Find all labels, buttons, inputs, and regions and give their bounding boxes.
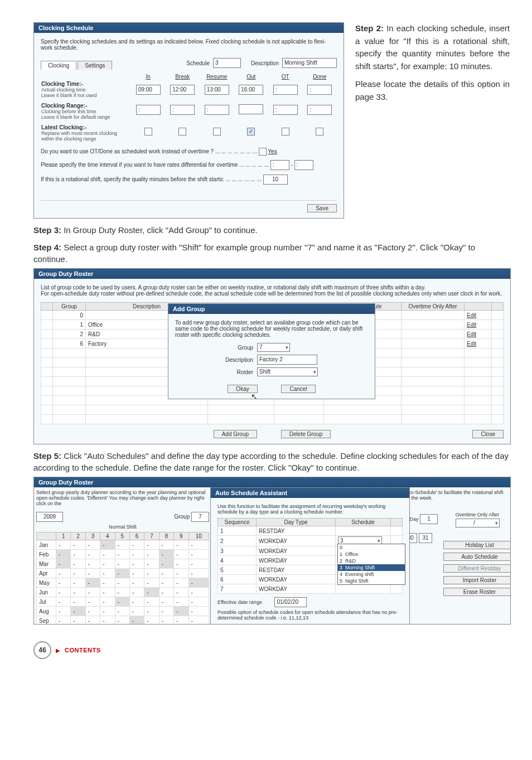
edit-link[interactable]: Edit xyxy=(467,312,476,318)
add-group-dialog: Add Group To add new group duty roster, … xyxy=(168,303,375,399)
cancel-button[interactable]: Cancel xyxy=(281,385,315,393)
dlg-group-select[interactable]: 7 xyxy=(257,343,290,352)
group-duty-roster-window-1: Group Duty Roster List of group code to … xyxy=(33,268,511,444)
group-duty-roster-window-2: Group Duty Roster Select group yearly du… xyxy=(33,477,511,625)
q2-from[interactable]: : xyxy=(270,160,289,170)
step2-para2: Please locate the details of this option… xyxy=(355,79,510,101)
cr-ot[interactable]: : xyxy=(273,105,298,115)
edit-link[interactable]: Edit xyxy=(467,322,476,328)
month-label: Apr xyxy=(37,569,56,578)
clocking-intro: Specify the clocking schedules and its s… xyxy=(41,38,337,51)
auto-schedule-button[interactable]: Auto Schedule xyxy=(443,553,511,561)
holiday-list-button[interactable]: Holiday List xyxy=(443,541,511,549)
lc-done-check[interactable] xyxy=(316,128,323,135)
gdr2-group-input[interactable]: 7 xyxy=(191,512,209,522)
col-resume: Resume xyxy=(206,74,227,80)
step5-text: Click "Auto Schedules" and define the da… xyxy=(33,451,509,472)
clocking-tabs: Clocking Settings xyxy=(41,61,112,70)
clocking-time-sub: Actual clocking time Leave it blank if n… xyxy=(41,87,130,98)
ct-done[interactable]: : xyxy=(307,85,332,95)
clocking-range-head: Clocking Range:- xyxy=(41,103,130,109)
q2-to[interactable]: : xyxy=(294,160,313,170)
step5-title: Step 5: xyxy=(33,451,61,461)
q2-dash: - xyxy=(291,162,292,168)
month-label: Jun xyxy=(37,588,56,597)
contents-arrow-icon: ▶ xyxy=(56,647,60,653)
q1-yes-check[interactable] xyxy=(259,148,267,156)
cr-in[interactable]: : xyxy=(136,105,161,115)
erase-roster-button[interactable]: Erase Roster xyxy=(443,588,511,596)
dlg-desc-label: Description xyxy=(225,352,257,365)
ct-resume[interactable]: 13:00 xyxy=(205,85,229,95)
add-group-dlg-title: Add Group xyxy=(168,304,375,314)
dlg-roster-label: Roster xyxy=(225,365,257,377)
effective-date-label: Effective date range xyxy=(217,599,262,605)
q1-yes-label: Yes xyxy=(268,148,277,154)
ifts-day-input[interactable]: 1 xyxy=(420,514,438,524)
gdr2-title: Group Duty Roster xyxy=(38,479,93,486)
ct-in[interactable]: 09:00 xyxy=(136,85,161,95)
different-restday-button[interactable]: Different Restday xyxy=(443,564,511,573)
schedule-input[interactable]: 3 xyxy=(213,58,241,68)
cr-break[interactable]: : xyxy=(170,105,195,115)
gdr2-titlebar: Group Duty Roster xyxy=(34,477,510,487)
col-sequence: Sequence xyxy=(218,519,257,526)
cr-out[interactable] xyxy=(239,104,263,114)
close-button[interactable]: Close xyxy=(472,430,504,438)
year-planner-grid[interactable]: 12345678910 Jan---------- Feb---------- … xyxy=(36,532,209,625)
gdr2-intro: Select group yearly duty planner accordi… xyxy=(36,490,209,506)
latest-clocking-sub: Replace with most recent clocking within… xyxy=(41,130,130,142)
contents-link[interactable]: CONTENTS xyxy=(65,647,101,653)
ct-break[interactable]: 12:00 xyxy=(170,85,195,95)
edit-link[interactable]: Edit xyxy=(467,331,476,337)
col-in: In xyxy=(146,74,151,80)
year-spinner[interactable]: 2009 xyxy=(36,512,63,522)
day31[interactable]: 31 xyxy=(419,533,432,543)
clocking-range-sub: Clocking before this time Leave it blank… xyxy=(41,109,130,120)
month-label: Sep xyxy=(37,616,56,625)
schedule-dropdown-list[interactable]: 0 1 Office 2 R&D 3 Morning Shift 4 Eveni… xyxy=(337,544,405,585)
cr-resume[interactable]: : xyxy=(205,105,229,115)
lc-break-check[interactable] xyxy=(178,128,186,135)
col-break: Break xyxy=(175,74,190,80)
ct-out[interactable]: 16:00 xyxy=(239,85,263,95)
month-label: Aug xyxy=(37,607,56,616)
save-button[interactable]: Save xyxy=(307,204,337,212)
effective-date-input[interactable]: 01/02/20 xyxy=(274,597,307,607)
q1-text: Do you want to use OT/Done as scheduled … xyxy=(41,148,257,154)
auto-schedule-dialog: Auto Schedule Assistant Use this functio… xyxy=(210,487,410,625)
ot-after-select[interactable]: / xyxy=(456,519,500,527)
description-input[interactable]: Morning Shift xyxy=(282,58,337,68)
cr-done[interactable]: : xyxy=(307,105,332,115)
q3-text: If this is a rotational shift, specify t… xyxy=(41,176,262,182)
gdr1-titlebar: Group Duty Roster xyxy=(34,269,510,279)
lc-out-check[interactable]: ✓ xyxy=(247,128,255,135)
lc-resume-check[interactable] xyxy=(213,128,221,135)
ot-after-label: Overtime Only After xyxy=(447,512,508,517)
q3-minutes[interactable]: 10 xyxy=(263,175,288,185)
gdr1-intro1: List of group code to be used by users. … xyxy=(41,284,504,291)
auto-schedule-body: Use this function to facilitate the assi… xyxy=(217,504,403,515)
table-row[interactable] xyxy=(41,415,504,424)
clocking-grid: In Break Resume Out OT Done Clocking Tim… xyxy=(41,73,337,142)
col-otafter: Overtime Only After xyxy=(402,303,465,311)
lc-ot-check[interactable] xyxy=(282,128,289,135)
dlg-roster-select[interactable]: Shift xyxy=(257,367,318,376)
month-label: Jul xyxy=(37,597,56,607)
q2-text: Please specify the time interval if you … xyxy=(41,162,269,168)
schedule-note: Possible option of schedule codes for op… xyxy=(217,609,403,621)
description-label: Description xyxy=(251,60,279,66)
right-hint-a: 'Auto-Schedule' to facilitate the rotati… xyxy=(402,490,508,495)
delete-group-button[interactable]: Delete Group xyxy=(281,430,331,438)
dlg-desc-input[interactable]: Factory 2 xyxy=(257,355,317,365)
col-daytype: Day Type xyxy=(257,519,336,526)
tab-settings[interactable]: Settings xyxy=(78,61,112,70)
edit-link[interactable]: Edit xyxy=(467,341,476,347)
import-roster-button[interactable]: Import Roster xyxy=(443,576,511,584)
table-row[interactable] xyxy=(41,405,504,415)
add-group-button[interactable]: Add Group xyxy=(214,430,257,438)
ct-ot[interactable]: : xyxy=(273,85,298,95)
col-ot: OT xyxy=(282,74,289,80)
lc-in-check[interactable] xyxy=(144,128,152,135)
tab-clocking[interactable]: Clocking xyxy=(41,61,76,70)
